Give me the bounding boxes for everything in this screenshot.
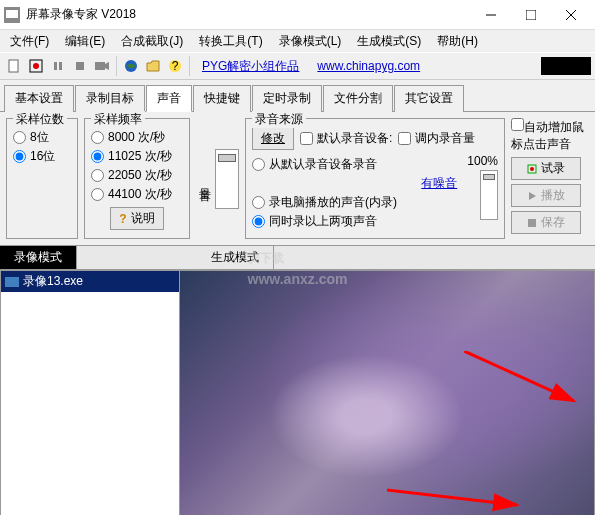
noise-link[interactable]: 有噪音 bbox=[421, 176, 457, 190]
play-button[interactable]: 播放 bbox=[511, 184, 581, 207]
separator bbox=[189, 56, 190, 76]
preview-thumb bbox=[541, 57, 591, 75]
volume-group: 音量 bbox=[196, 118, 239, 239]
tab-sound[interactable]: 声音 bbox=[146, 85, 192, 112]
svg-rect-12 bbox=[95, 62, 105, 70]
svg-text:?: ? bbox=[172, 59, 179, 73]
minimize-button[interactable] bbox=[471, 1, 511, 29]
tab-target[interactable]: 录制目标 bbox=[75, 85, 145, 112]
svg-rect-1 bbox=[6, 10, 18, 18]
svg-rect-6 bbox=[9, 60, 18, 72]
source-group: 录音来源 修改 默认录音设备: 调内录音量 从默认录音设备录音 有噪音 录电脑播… bbox=[245, 118, 505, 239]
pause-icon[interactable] bbox=[48, 56, 68, 76]
auto-gain-check[interactable]: 自动增加鼠标点击声音 bbox=[511, 118, 589, 153]
menu-file[interactable]: 文件(F) bbox=[4, 31, 55, 52]
sample-rate-legend: 采样频率 bbox=[91, 111, 145, 128]
modify-button[interactable]: 修改 bbox=[252, 127, 294, 150]
svg-rect-3 bbox=[526, 10, 536, 20]
website-link[interactable]: www.chinapyg.com bbox=[317, 59, 420, 73]
settings-tabs: 基本设置 录制目标 声音 快捷键 定时录制 文件分割 其它设置 bbox=[0, 80, 595, 112]
question-icon: ? bbox=[119, 212, 126, 226]
menu-help[interactable]: 帮助(H) bbox=[431, 31, 484, 52]
new-icon[interactable] bbox=[4, 56, 24, 76]
radio-22050[interactable]: 22050 次/秒 bbox=[91, 167, 183, 184]
svg-rect-9 bbox=[54, 62, 57, 70]
help-icon[interactable]: ? bbox=[165, 56, 185, 76]
radio-16bit[interactable]: 16位 bbox=[13, 148, 71, 165]
tab-timer[interactable]: 定时录制 bbox=[252, 85, 322, 112]
toolbar: ? PYG解密小组作品 www.chinapyg.com bbox=[0, 52, 595, 80]
separator bbox=[116, 56, 117, 76]
window-title: 屏幕录像专家 V2018 bbox=[26, 6, 471, 23]
preview-image bbox=[180, 271, 594, 515]
menubar: 文件(F) 编辑(E) 合成截取(J) 转换工具(T) 录像模式(L) 生成模式… bbox=[0, 30, 595, 52]
radio-8000[interactable]: 8000 次/秒 bbox=[91, 129, 183, 146]
gen-mode-tab[interactable]: 生成模式 bbox=[197, 246, 274, 269]
sample-bits-group: 采样位数 8位 16位 bbox=[6, 118, 78, 239]
file-item[interactable]: 录像13.exe bbox=[1, 271, 179, 292]
svg-rect-18 bbox=[528, 219, 536, 227]
menu-compose[interactable]: 合成截取(J) bbox=[115, 31, 189, 52]
radio-default-device[interactable]: 从默认录音设备录音 bbox=[252, 156, 467, 173]
camera-icon[interactable] bbox=[92, 56, 112, 76]
volume-slider[interactable] bbox=[215, 149, 239, 209]
stop-icon[interactable] bbox=[70, 56, 90, 76]
svg-point-17 bbox=[530, 167, 534, 171]
app-icon bbox=[4, 7, 20, 23]
file-icon bbox=[5, 276, 19, 288]
tab-split[interactable]: 文件分割 bbox=[323, 85, 393, 112]
sample-rate-group: 采样频率 8000 次/秒 11025 次/秒 22050 次/秒 44100 … bbox=[84, 118, 190, 239]
titlebar: 屏幕录像专家 V2018 bbox=[0, 0, 595, 30]
radio-both[interactable]: 同时录以上两项声音 bbox=[252, 213, 467, 230]
tune-volume-check[interactable]: 调内录音量 bbox=[398, 130, 475, 147]
file-pane: 录像13.exe bbox=[0, 270, 595, 515]
tab-basic[interactable]: 基本设置 bbox=[4, 85, 74, 112]
svg-rect-19 bbox=[5, 277, 19, 287]
mode-bar: 录像模式 生成模式 bbox=[0, 245, 595, 270]
preview-area bbox=[180, 270, 595, 515]
sound-panel: 采样位数 8位 16位 采样频率 8000 次/秒 11025 次/秒 2205… bbox=[0, 112, 595, 245]
file-list[interactable]: 录像13.exe bbox=[0, 270, 180, 515]
menu-convert[interactable]: 转换工具(T) bbox=[193, 31, 268, 52]
record-dot-icon bbox=[527, 164, 537, 174]
radio-11025[interactable]: 11025 次/秒 bbox=[91, 148, 183, 165]
play-icon bbox=[527, 191, 537, 201]
menu-edit[interactable]: 编辑(E) bbox=[59, 31, 111, 52]
menu-recmode[interactable]: 录像模式(L) bbox=[273, 31, 348, 52]
svg-point-8 bbox=[33, 63, 39, 69]
rec-mode-tab[interactable]: 录像模式 bbox=[0, 246, 77, 269]
save-icon bbox=[527, 218, 537, 228]
level-meter bbox=[480, 170, 498, 220]
folder-icon[interactable] bbox=[143, 56, 163, 76]
try-record-button[interactable]: 试录 bbox=[511, 157, 581, 180]
sample-bits-legend: 采样位数 bbox=[13, 111, 67, 128]
radio-44100[interactable]: 44100 次/秒 bbox=[91, 186, 183, 203]
tab-other[interactable]: 其它设置 bbox=[394, 85, 464, 112]
save-button[interactable]: 保存 bbox=[511, 211, 581, 234]
source-legend: 录音来源 bbox=[252, 111, 306, 128]
right-column: 自动增加鼠标点击声音 试录 播放 保存 bbox=[511, 118, 589, 239]
svg-rect-11 bbox=[76, 62, 84, 70]
radio-internal[interactable]: 录电脑播放的声音(内录) bbox=[252, 194, 467, 211]
close-button[interactable] bbox=[551, 1, 591, 29]
percent-label: 100% bbox=[467, 154, 498, 168]
default-device-check[interactable]: 默认录音设备: bbox=[300, 130, 392, 147]
maximize-button[interactable] bbox=[511, 1, 551, 29]
help-button[interactable]: ? 说明 bbox=[110, 207, 163, 230]
credit-link[interactable]: PYG解密小组作品 bbox=[202, 58, 299, 75]
globe-icon[interactable] bbox=[121, 56, 141, 76]
svg-rect-10 bbox=[59, 62, 62, 70]
menu-genmode[interactable]: 生成模式(S) bbox=[351, 31, 427, 52]
radio-8bit[interactable]: 8位 bbox=[13, 129, 71, 146]
record-icon[interactable] bbox=[26, 56, 46, 76]
tab-hotkey[interactable]: 快捷键 bbox=[193, 85, 251, 112]
